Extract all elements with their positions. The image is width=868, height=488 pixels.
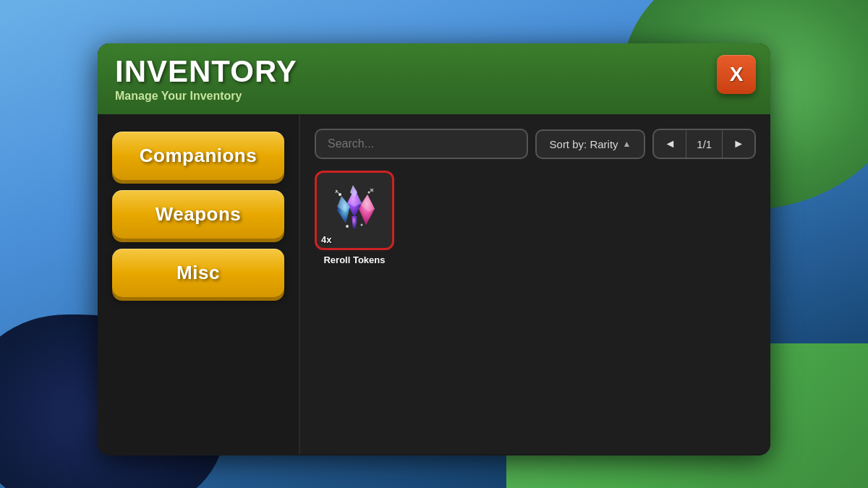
toolbar: Sort by: Rarity ▲ ◄ 1/1 ► xyxy=(315,129,756,159)
svg-point-9 xyxy=(368,192,370,194)
modal-header: INVENTORY Manage Your Inventory X xyxy=(98,43,770,114)
sort-arrow-icon: ▲ xyxy=(623,139,631,149)
inventory-modal: INVENTORY Manage Your Inventory X Compan… xyxy=(98,43,770,455)
sidebar: Companions Weapons Misc xyxy=(98,114,300,454)
prev-page-button[interactable]: ◄ xyxy=(654,130,686,158)
sort-label: Sort by: Rarity xyxy=(550,138,618,150)
svg-point-8 xyxy=(339,193,341,196)
svg-point-10 xyxy=(361,224,363,226)
items-grid: 4x Reroll Tokens xyxy=(315,171,756,265)
page-indicator: 1/1 xyxy=(686,131,723,158)
next-page-button[interactable]: ► xyxy=(723,130,754,158)
svg-marker-7 xyxy=(352,216,357,228)
svg-point-11 xyxy=(346,225,349,228)
item-quantity: 4x xyxy=(321,234,331,245)
sort-button[interactable]: Sort by: Rarity ▲ xyxy=(535,129,646,159)
modal-title: INVENTORY xyxy=(115,56,753,87)
weapons-button[interactable]: Weapons xyxy=(112,190,284,239)
reroll-token-icon xyxy=(326,181,383,239)
close-button[interactable]: X xyxy=(717,55,756,94)
modal-subtitle: Manage Your Inventory xyxy=(115,90,753,103)
companions-button[interactable]: Companions xyxy=(112,132,284,180)
main-panel: Sort by: Rarity ▲ ◄ 1/1 ► xyxy=(300,114,770,454)
search-input[interactable] xyxy=(315,129,528,159)
misc-button[interactable]: Misc xyxy=(112,249,284,297)
modal-content: Companions Weapons Misc Sort by: Rarity … xyxy=(98,114,770,454)
item-reroll-tokens[interactable]: 4x Reroll Tokens xyxy=(315,171,394,265)
pagination: ◄ 1/1 ► xyxy=(652,129,756,159)
item-name: Reroll Tokens xyxy=(323,254,385,265)
item-box-reroll-tokens: 4x xyxy=(315,171,394,250)
